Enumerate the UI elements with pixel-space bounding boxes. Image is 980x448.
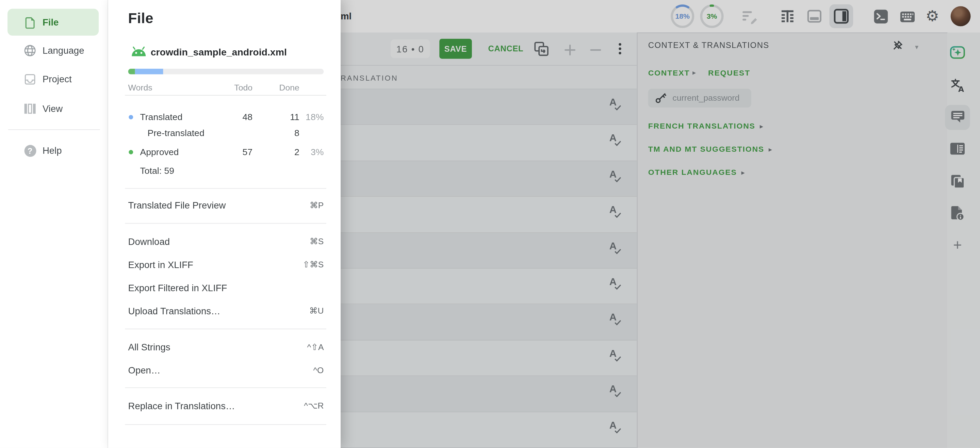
sidebar-item-help[interactable]: ? Help [0,137,108,164]
menu-divider [125,223,326,224]
shortcut-hint: ⌘P [310,200,324,210]
panel-title: File [128,10,153,27]
stats-row-label: Pre-translated [147,128,204,138]
column-header-done: Done [279,83,299,92]
column-header-todo: Todo [234,83,253,92]
shortcut-hint: ⇧⌘S [302,259,324,269]
approved-progress-segment [128,69,135,75]
file-menu-panel: File crowdin_sample_android.xml Words To… [108,0,340,448]
shortcut-hint: ^⌥R [304,400,324,410]
stats-row-label: Translated [140,112,182,122]
sidebar-item-language[interactable]: Language [0,37,108,64]
file-icon [24,16,37,29]
menu-item-open[interactable]: Open… ^O [128,362,324,377]
sidebar-item-label: File [43,17,59,27]
sidebar-item-project[interactable]: Project [0,66,108,93]
current-file-name: crowdin_sample_android.xml [151,47,287,58]
android-file-icon [130,46,147,60]
stats-done-percent: 18% [305,112,324,122]
menu-divider [125,329,326,329]
sidebar-item-label: Help [43,145,62,156]
menu-item-replace-in-translations[interactable]: Replace in Translations… ^⌥R [128,398,324,413]
stats-done-percent: 3% [311,147,324,157]
menu-item-all-strings[interactable]: All Strings ^⇧A [128,339,324,354]
sidebar-item-view[interactable]: View [0,95,108,122]
help-question-icon: ? [24,144,37,157]
crowdin-editor-window: ml 18% 3% [0,0,980,448]
sidebar-item-label: View [43,103,63,114]
stats-total: Total: 59 [140,166,174,176]
stats-header-divider [125,95,326,95]
approved-dot [129,150,133,154]
file-progress-bar [128,69,324,75]
stats-done-value: 2 [294,147,299,157]
menu-item-export-xliff[interactable]: Export in XLIFF ⇧⌘S [128,257,324,272]
menu-divider [125,424,326,425]
menu-item-download[interactable]: Download ⌘S [128,234,324,249]
shortcut-hint: ^O [313,365,324,375]
stats-todo-value: 48 [242,112,253,122]
sidebar-item-label: Language [43,45,84,56]
main-menu-sidebar: File Language Project View ? Help [0,0,108,448]
shortcut-hint: ⌘U [309,305,324,315]
translated-dot [129,115,133,119]
stats-todo-value: 57 [242,147,253,157]
sidebar-divider [8,129,100,130]
project-box-icon [24,73,37,86]
sidebar-item-file[interactable]: File [8,9,99,36]
translated-progress-segment [135,69,163,75]
stats-done-value: 8 [294,128,299,138]
shortcut-hint: ⌘S [310,236,324,246]
column-header-words: Words [128,83,153,92]
globe-icon [24,44,37,57]
menu-item-translated-file-preview[interactable]: Translated File Preview ⌘P [128,197,324,212]
menu-divider [125,388,326,388]
menu-item-upload-translations[interactable]: Upload Translations… ⌘U [128,303,324,318]
sidebar-item-label: Project [43,74,72,84]
shortcut-hint: ^⇧A [307,342,324,352]
stats-done-value: 11 [290,112,299,122]
columns-view-icon [24,102,37,115]
menu-item-export-filtered-xliff[interactable]: Export Filtered in XLIFF [128,280,324,295]
stats-row-label: Approved [140,147,179,157]
menu-divider [125,188,326,189]
